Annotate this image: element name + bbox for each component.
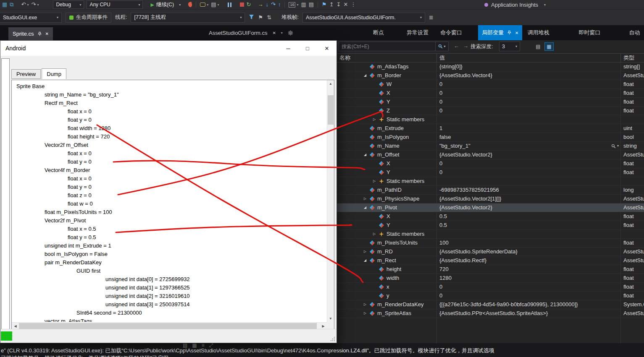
debug-config-combo[interactable]: Debug▾ (53, 0, 84, 9)
undo-icon[interactable]: ↶ (21, 0, 26, 9)
locals-row[interactable]: ◢m_Offset{AssetStudio.Vector2}AssetStu (336, 151, 644, 159)
locals-row[interactable]: m_PixelsToUnits100float (336, 239, 644, 248)
tab-autos[interactable]: 自动 (629, 25, 640, 40)
scroll-up-icon[interactable]: ▲ (327, 80, 334, 87)
locals-row[interactable]: m_IsPolygonfalsebool (336, 133, 644, 142)
locals-row[interactable]: ◢m_Pivot{AssetStudio.Vector2}AssetStu (336, 203, 644, 212)
expand-arrow-icon[interactable]: ▷ (373, 115, 379, 124)
window-icon[interactable]: ▦ (2, 0, 7, 9)
process-combo[interactable]: StudioGUI.exe▾ (0, 13, 62, 23)
hex-display-icon[interactable]: 16 (289, 2, 295, 8)
column-header-name[interactable]: 名称 (336, 54, 437, 62)
chevron-down-icon[interactable]: ▾ (281, 31, 283, 35)
bookmark-icon[interactable]: ⚑ (322, 0, 327, 9)
stop-debug-icon[interactable] (240, 3, 244, 7)
tab-command-window[interactable]: 命令窗口 (440, 25, 462, 40)
expand-arrow-icon[interactable]: ▷ (373, 177, 379, 185)
chevron-down-icon[interactable]: ▾ (37, 3, 39, 7)
locals-row[interactable]: Y0float (336, 168, 644, 177)
scroll-down-icon[interactable]: ▼ (327, 315, 334, 322)
scroll-left-icon[interactable]: ◀ (12, 323, 19, 329)
locals-row[interactable]: m_Extrude1uint (336, 124, 644, 133)
scrollbar-thumb[interactable] (19, 323, 317, 329)
restart-icon[interactable]: ↻ (247, 0, 251, 9)
tab-sprite-cs[interactable]: Sprite.cs ✕ (8, 27, 53, 40)
step-into-icon[interactable]: ↓ (266, 0, 269, 9)
platform-combo[interactable]: Any CPU▾ (87, 0, 143, 9)
flame-icon[interactable] (188, 2, 193, 8)
tab-exception-settings[interactable]: 异常设置 (407, 25, 428, 40)
toolbar-overflow-icon[interactable]: ⋮ (350, 0, 356, 9)
step-out-icon[interactable]: ↑ (278, 0, 281, 9)
minimize-button[interactable]: ─ (279, 41, 298, 56)
expand-arrow-icon[interactable]: ▷ (373, 230, 379, 238)
locals-row[interactable]: ▷Static members (336, 115, 644, 124)
locals-row[interactable]: ▷m_SpriteAtlas{AssetStudio.PPtr<AssetStu… (336, 309, 644, 318)
close-icon[interactable]: ✕ (45, 31, 49, 36)
horizontal-scrollbar[interactable]: ◀ ▶ (12, 322, 327, 329)
list-view-icon[interactable]: ▤ (534, 42, 543, 51)
tab-immediate-window[interactable]: 即时窗口 (578, 25, 600, 40)
break-all-icon[interactable] (228, 3, 231, 7)
tab-preview[interactable]: Preview (11, 69, 41, 79)
filter-icon[interactable] (249, 14, 254, 21)
locals-row[interactable]: x0float (336, 283, 644, 292)
locals-row[interactable]: ▷m_PhysicsShape{AssetStudio.Vector2[1][]… (336, 195, 644, 203)
collapse-arrow-icon[interactable]: ◢ (364, 256, 370, 265)
show-threads-icon[interactable]: ⇅ (267, 14, 271, 21)
expand-arrow-icon[interactable]: ▷ (364, 195, 370, 203)
grid-view-toggle-icon[interactable]: ▦ (544, 42, 554, 51)
locals-row[interactable]: width1280float (336, 274, 644, 283)
close-icon[interactable]: ✕ (272, 31, 276, 35)
collapse-arrow-icon[interactable]: ◢ (364, 151, 370, 159)
expand-arrow-icon[interactable]: ▷ (364, 309, 370, 318)
tab-assetstudioguiform-cs[interactable]: AssetStudioGUIForm.cs ✕ ▾ (209, 25, 293, 40)
expand-arrow-icon[interactable]: ▷ (364, 300, 370, 309)
locals-row[interactable]: m_PathID-6989873357825921956long (336, 186, 644, 195)
stack-options-icon[interactable]: ≣ (429, 14, 434, 21)
lifecycle-events-button[interactable]: 生命周期事件 (66, 13, 111, 23)
tab-dump[interactable]: Dump (42, 68, 66, 79)
vertical-scrollbar[interactable]: ▲ ▼ (327, 80, 334, 322)
chevron-down-icon[interactable]: ▾ (27, 3, 29, 7)
resize-grip[interactable] (330, 336, 335, 341)
step-over-icon[interactable]: ↷ (271, 0, 276, 9)
locals-row[interactable]: m_AtlasTags{string[0]}string[] (336, 63, 644, 71)
maximize-button[interactable]: □ (298, 41, 317, 56)
search-depth-combo[interactable]: 3▾ (499, 42, 520, 51)
next-bookmark-icon[interactable]: ↧ (336, 0, 341, 9)
close-button[interactable]: ✕ (317, 41, 336, 56)
pin-icon[interactable] (507, 30, 512, 35)
locals-row[interactable]: ◢m_Border{AssetStudio.Vector4}AssetStu (336, 71, 644, 80)
locals-row[interactable]: height720float (336, 265, 644, 274)
search-prev-icon[interactable]: ← (454, 43, 459, 49)
stack-frame-combo[interactable]: AssetStudioGUI.AssetStudioGUIForm.▾ (302, 13, 425, 23)
locals-row[interactable]: ▷m_RD{AssetStudio.SpriteRenderData}Asset… (336, 248, 644, 256)
locals-row[interactable]: m_Name"bg_story_1"▾string (336, 142, 644, 151)
locals-row[interactable]: W0float (336, 80, 644, 89)
prev-bookmark-icon[interactable]: ↥ (329, 0, 334, 9)
collapse-arrow-icon[interactable]: ◢ (364, 203, 370, 212)
locals-row[interactable]: Y0.5float (336, 221, 644, 230)
locals-row[interactable]: ▷m_RenderDataKey{[{a276e15c-3dfd-4d54-9a… (336, 300, 644, 309)
locals-row[interactable]: ▷Static members (336, 230, 644, 239)
layout-icon[interactable]: ▤ (309, 0, 314, 9)
list-icon[interactable]: ▥ (301, 0, 306, 9)
events-icon[interactable]: ▤ (211, 0, 216, 9)
locals-row[interactable]: ▷Static members (336, 177, 644, 186)
tab-breakpoints[interactable]: 断点 (373, 25, 384, 40)
collapse-arrow-icon[interactable]: ◢ (364, 71, 370, 80)
locals-row[interactable]: y0float (336, 292, 644, 300)
scrollbar-thumb[interactable] (328, 95, 334, 125)
locals-row[interactable]: ◢m_Rect{AssetStudio.Rectf}AssetStu (336, 256, 644, 265)
flag-threads-icon[interactable]: ⚑ (258, 14, 263, 21)
gear-icon[interactable] (288, 30, 293, 36)
thread-combo[interactable]: [7728] 主线程▾ (131, 13, 245, 23)
search-input[interactable] (339, 42, 436, 51)
tab-locals[interactable]: 局部变量 ✕ (478, 25, 522, 40)
text-visualizer-icon[interactable]: ▾ (611, 142, 619, 150)
chevron-down-icon[interactable]: ▾ (218, 3, 219, 7)
chevron-down-icon[interactable]: ▾ (207, 3, 208, 7)
locals-row[interactable]: X0.5float (336, 212, 644, 221)
window-titlebar[interactable]: Android ─ □ ✕ (0, 41, 336, 56)
